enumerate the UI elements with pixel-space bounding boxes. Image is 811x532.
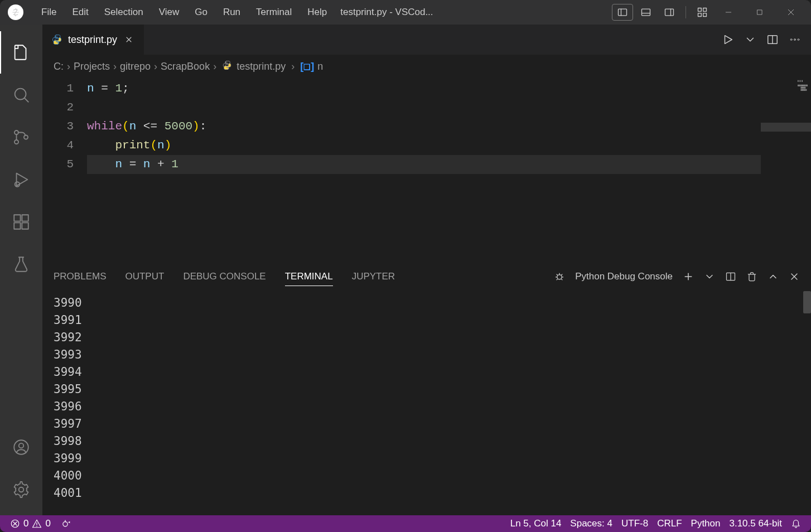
- svg-point-55: [63, 522, 67, 526]
- code-line[interactable]: [87, 98, 761, 117]
- breadcrumb-symbol: n: [317, 61, 323, 72]
- terminal-line: 3991: [54, 312, 800, 329]
- terminal-line: 3990: [54, 294, 800, 312]
- breadcrumb-segment[interactable]: gitrepo: [120, 61, 151, 72]
- status-indent[interactable]: Spaces: 4: [566, 518, 617, 529]
- customize-layout-icon[interactable]: [692, 4, 713, 21]
- line-number: 1: [42, 79, 74, 98]
- svg-marker-19: [17, 173, 28, 186]
- activity-source-control[interactable]: [0, 116, 42, 158]
- status-eol[interactable]: CRLF: [653, 518, 686, 529]
- menu-run[interactable]: Run: [215, 0, 248, 25]
- activity-explorer[interactable]: [0, 31, 42, 74]
- svg-point-35: [798, 39, 799, 41]
- terminal-name[interactable]: Python Debug Console: [575, 271, 673, 282]
- toggle-panel-left-icon[interactable]: [612, 4, 633, 21]
- tab-close-button[interactable]: [123, 33, 135, 46]
- code-line[interactable]: while(n <= 5000):: [87, 117, 761, 136]
- toggle-panel-right-icon[interactable]: [659, 4, 680, 21]
- window-maximize-button[interactable]: [744, 0, 775, 25]
- maximize-panel-button[interactable]: [767, 271, 779, 282]
- close-panel-button[interactable]: [789, 271, 800, 282]
- menu-file[interactable]: File: [33, 0, 64, 25]
- svg-rect-0: [619, 9, 627, 16]
- activity-search[interactable]: [0, 74, 42, 116]
- run-dropdown[interactable]: [744, 33, 756, 46]
- status-encoding[interactable]: UTF-8: [617, 518, 653, 529]
- panel-tab-problems[interactable]: PROBLEMS: [54, 268, 106, 286]
- menu-go[interactable]: Go: [187, 0, 215, 25]
- line-number: 3: [42, 117, 74, 136]
- line-number: 2: [42, 98, 74, 117]
- bottom-panel: PROBLEMSOUTPUTDEBUG CONSOLETERMINALJUPYT…: [42, 262, 811, 515]
- window-minimize-button[interactable]: [713, 0, 744, 25]
- terminal-line: 3998: [54, 433, 800, 450]
- breadcrumb[interactable]: C:›Projects›gitrepo›ScrapBook› testprint…: [42, 55, 811, 78]
- divider: [686, 6, 686, 18]
- activity-settings[interactable]: [0, 468, 42, 511]
- svg-rect-2: [642, 9, 650, 16]
- svg-point-33: [790, 39, 792, 41]
- activity-testing[interactable]: [0, 243, 42, 286]
- status-notifications-icon[interactable]: [786, 518, 805, 528]
- svg-marker-30: [725, 36, 732, 44]
- title-bar: FileEditSelectionViewGoRunTerminalHelp t…: [0, 0, 811, 25]
- panel-tab-output[interactable]: OUTPUT: [125, 268, 164, 286]
- split-terminal-button[interactable]: [725, 271, 736, 282]
- status-problems[interactable]: 0 0: [6, 515, 55, 532]
- svg-line-39: [561, 274, 562, 275]
- window-title: testprint.py - VSCod...: [335, 7, 612, 18]
- activity-extensions[interactable]: [0, 201, 42, 243]
- code-line[interactable]: print(n): [87, 136, 761, 155]
- minimap[interactable]: █ █ ███████████ █████ ██████: [761, 78, 811, 262]
- debug-icon[interactable]: [554, 271, 565, 282]
- status-lncol[interactable]: Ln 5, Col 14: [506, 518, 566, 529]
- terminal-output[interactable]: 3990399139923993399439953996399739983999…: [42, 291, 811, 515]
- panel-tab-debug-console[interactable]: DEBUG CONSOLE: [183, 268, 265, 286]
- variable-symbol-icon: [❑]: [300, 61, 314, 72]
- menu-view[interactable]: View: [151, 0, 187, 25]
- menu-help[interactable]: Help: [300, 0, 335, 25]
- toggle-panel-bottom-icon[interactable]: [635, 4, 656, 21]
- breadcrumb-segment[interactable]: Projects: [74, 61, 110, 72]
- more-actions-button[interactable]: [789, 33, 801, 46]
- status-bar: 0 0 Ln 5, Col 14 Spaces: 4 UTF-8 CRLF Py…: [0, 515, 811, 532]
- panel-tab-terminal[interactable]: TERMINAL: [285, 268, 333, 286]
- svg-rect-4: [665, 9, 674, 16]
- window-close-button[interactable]: [775, 0, 807, 25]
- status-language[interactable]: Python: [687, 518, 725, 529]
- status-interpreter[interactable]: 3.10.5 64-bit: [725, 518, 786, 529]
- kill-terminal-button[interactable]: [746, 271, 757, 282]
- activity-run-debug[interactable]: [0, 158, 42, 201]
- status-debug-icon[interactable]: [55, 515, 75, 532]
- menu-edit[interactable]: Edit: [64, 0, 96, 25]
- code-line[interactable]: n = 1;: [87, 79, 761, 98]
- activity-accounts[interactable]: [0, 426, 42, 468]
- svg-rect-24: [22, 215, 28, 221]
- code-content[interactable]: n = 1; while(n <= 5000): print(n) n = n …: [87, 78, 761, 262]
- svg-point-34: [794, 39, 796, 41]
- svg-rect-21: [14, 215, 20, 221]
- menu-selection[interactable]: Selection: [96, 0, 151, 25]
- panel-tabs: PROBLEMSOUTPUTDEBUG CONSOLETERMINALJUPYT…: [42, 262, 811, 291]
- breadcrumb-segment[interactable]: C:: [54, 61, 64, 72]
- chevron-right-icon: ›: [210, 61, 220, 72]
- svg-marker-57: [68, 521, 70, 523]
- activity-bar: [0, 25, 42, 515]
- panel-tab-jupyter[interactable]: JUPYTER: [352, 268, 395, 286]
- split-editor-button[interactable]: [766, 33, 779, 46]
- menu-terminal[interactable]: Terminal: [248, 0, 300, 25]
- terminal-scrollbar[interactable]: [803, 291, 811, 313]
- terminal-line: 3994: [54, 364, 800, 381]
- new-terminal-button[interactable]: [683, 271, 694, 282]
- editor-tab-active[interactable]: testprint.py: [42, 25, 144, 55]
- breadcrumb-file: testprint.py: [236, 61, 286, 72]
- svg-rect-11: [757, 10, 762, 14]
- new-terminal-dropdown[interactable]: [704, 271, 715, 282]
- terminal-line: 3992: [54, 329, 800, 346]
- svg-line-15: [25, 98, 28, 102]
- breadcrumb-segment[interactable]: ScrapBook: [161, 61, 210, 72]
- run-button[interactable]: [722, 33, 734, 46]
- editor[interactable]: 12345 n = 1; while(n <= 5000): print(n) …: [42, 78, 811, 262]
- code-line[interactable]: n = n + 1: [87, 155, 761, 174]
